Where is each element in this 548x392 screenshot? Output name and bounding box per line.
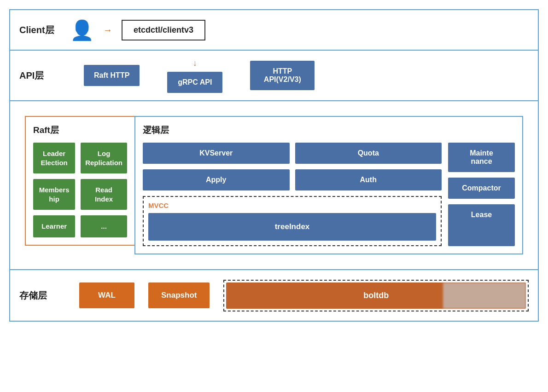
- tree-index-box: treeIndex: [148, 213, 436, 241]
- learner-box: Learner: [33, 215, 75, 237]
- apply-box: Apply: [143, 169, 290, 190]
- log-replication-box: LogReplication: [81, 143, 127, 173]
- logic-main-col: KVServer Quota Apply Auth MVCC: [143, 143, 442, 246]
- lease-box: Lease: [448, 204, 515, 246]
- api-layer: API层 Raft HTTP ↓ gRPC API HTTPAPI(V2/V3): [10, 51, 538, 101]
- raft-layer-wrapper: Raft层 LeaderElection LogReplication Memb…: [10, 101, 134, 269]
- read-index-box: ReadIndex: [81, 179, 127, 210]
- etcd-box: etcdctl/clientv3: [122, 20, 205, 40]
- logic-mid-row: Apply Auth: [143, 169, 442, 190]
- raft-grid: LeaderElection LogReplication Membership…: [33, 143, 127, 237]
- compactor-box: Compactor: [448, 178, 515, 199]
- logic-layer-wrapper: 逻辑层 KVServer Quota Apply: [134, 101, 538, 269]
- client-content: 👤 → etcdctl/clientv3: [70, 19, 205, 41]
- raft-label: Raft层: [33, 124, 127, 136]
- logic-layer: 逻辑层 KVServer Quota Apply: [134, 116, 523, 254]
- logic-right-col: Maintenance Compactor Lease: [448, 143, 515, 246]
- arrow-down-icon: ↓: [193, 58, 197, 68]
- logic-content: KVServer Quota Apply Auth MVCC: [143, 143, 515, 246]
- boltdb-box: boltdb: [226, 282, 526, 309]
- grpc-api-box: gRPC API: [167, 72, 222, 93]
- diagram-container: Client层 👤 → etcdctl/clientv3 API层 Raft H…: [9, 9, 539, 322]
- mvcc-label: MVCC: [148, 202, 436, 209]
- quota-box: Quota: [295, 143, 442, 164]
- blurred-area: [443, 282, 526, 309]
- wal-box: WAL: [79, 282, 134, 308]
- auth-box: Auth: [295, 169, 442, 190]
- grpc-api-column: ↓ gRPC API: [167, 58, 222, 93]
- kvserver-box: KVServer: [143, 143, 290, 164]
- person-icon: 👤: [70, 19, 94, 41]
- membership-box: Membership: [33, 179, 75, 210]
- http-api-box: HTTPAPI(V2/V3): [250, 61, 315, 90]
- raft-layer: Raft层 LeaderElection LogReplication Memb…: [25, 116, 135, 246]
- middle-row: Raft层 LeaderElection LogReplication Memb…: [10, 101, 538, 270]
- logic-label: 逻辑层: [143, 124, 515, 136]
- api-layer-label: API层: [19, 69, 56, 82]
- storage-label: 存储层: [19, 289, 56, 302]
- mvcc-container: MVCC treeIndex: [143, 196, 442, 246]
- maintenance-box: Maintenance: [448, 143, 515, 172]
- storage-layer: 存储层 WAL Snapshot boltdb: [10, 270, 538, 321]
- raft-http-box: Raft HTTP: [84, 65, 140, 86]
- client-layer-label: Client层: [19, 24, 56, 36]
- logic-top-row: KVServer Quota: [143, 143, 442, 164]
- ellipsis-box: ...: [81, 215, 127, 237]
- arrow-right-icon: →: [103, 25, 112, 35]
- full-diagram: Client层 👤 → etcdctl/clientv3 API层 Raft H…: [9, 9, 539, 322]
- boltdb-dashed-container: boltdb: [223, 280, 529, 311]
- snapshot-box: Snapshot: [148, 282, 210, 308]
- leader-election-box: LeaderElection: [33, 143, 75, 173]
- client-layer: Client层 👤 → etcdctl/clientv3: [10, 10, 538, 51]
- storage-boxes: WAL Snapshot boltdb: [79, 280, 529, 311]
- api-boxes: Raft HTTP ↓ gRPC API HTTPAPI(V2/V3): [84, 58, 315, 93]
